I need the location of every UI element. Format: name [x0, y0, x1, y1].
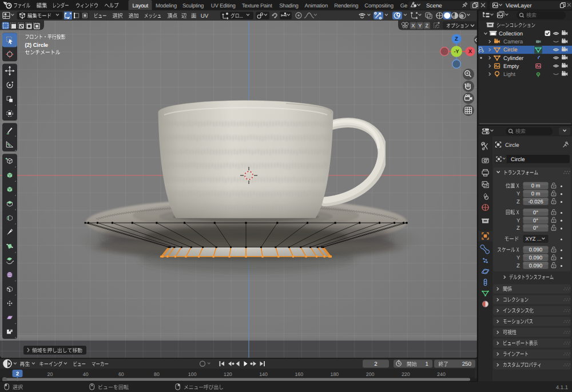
svg-text:2: 2	[374, 361, 377, 367]
svg-text:Z: Z	[517, 225, 520, 231]
svg-text:Z: Z	[517, 262, 520, 269]
svg-text:UV: UV	[201, 13, 209, 19]
svg-text:ViewLayer: ViewLayer	[506, 3, 532, 9]
svg-text:UV Editing: UV Editing	[211, 3, 236, 9]
svg-text:Shading: Shading	[279, 3, 298, 9]
svg-text:Z: Z	[425, 23, 428, 29]
svg-text:X: X	[411, 23, 415, 29]
svg-text:0°: 0°	[533, 217, 538, 223]
svg-text:Ge: Ge	[400, 3, 407, 9]
svg-text:(2) Circle: (2) Circle	[25, 42, 49, 49]
svg-text:40: 40	[83, 371, 89, 377]
svg-text:Y: Y	[517, 254, 521, 261]
svg-text:Light: Light	[503, 71, 515, 78]
svg-text:0.090: 0.090	[529, 246, 542, 253]
svg-text:80: 80	[154, 371, 160, 377]
svg-text:Modeling: Modeling	[156, 3, 177, 9]
svg-text:Empty: Empty	[503, 63, 519, 70]
svg-text:Circle: Circle	[505, 142, 519, 149]
svg-text:20: 20	[47, 371, 53, 377]
svg-text:Rendering: Rendering	[334, 3, 358, 9]
svg-text:4.1.1: 4.1.1	[556, 385, 568, 391]
svg-text:200: 200	[366, 371, 375, 377]
svg-text:Compositing: Compositing	[364, 3, 394, 9]
svg-text:Texture Paint: Texture Paint	[242, 3, 272, 9]
svg-text:Layout: Layout	[133, 3, 149, 9]
svg-text:-Y: -Y	[454, 49, 459, 54]
svg-text:140: 140	[259, 371, 268, 377]
svg-text:Y: Y	[517, 217, 521, 223]
svg-text:Circle: Circle	[511, 157, 525, 163]
svg-text:Z: Z	[517, 198, 520, 205]
svg-text:0.090: 0.090	[529, 254, 542, 261]
svg-text:Animation: Animation	[305, 3, 328, 9]
svg-text:0°: 0°	[533, 209, 538, 215]
svg-text:250: 250	[462, 361, 472, 367]
svg-text:120: 120	[224, 371, 232, 377]
svg-text:220: 220	[402, 371, 410, 377]
svg-text:Sculpting: Sculpting	[182, 3, 204, 9]
svg-text:Y: Y	[517, 190, 521, 197]
svg-text:Collection: Collection	[499, 31, 523, 37]
svg-text:160: 160	[295, 371, 303, 377]
svg-text:Camera: Camera	[503, 39, 523, 45]
svg-text:0 m: 0 m	[531, 190, 541, 197]
svg-text:100: 100	[188, 371, 197, 377]
svg-text:Circle: Circle	[503, 47, 518, 53]
svg-text:X: X	[468, 49, 472, 55]
svg-text:XYZ ...: XYZ ...	[526, 236, 542, 242]
svg-text:Cylinder: Cylinder	[503, 55, 524, 62]
svg-text:1: 1	[426, 361, 428, 367]
svg-text:60: 60	[118, 371, 124, 377]
svg-text:Y: Y	[418, 23, 422, 29]
svg-text:Scene: Scene	[426, 3, 442, 9]
svg-text:180: 180	[331, 371, 339, 377]
svg-text:0°: 0°	[533, 225, 538, 231]
svg-text:240: 240	[437, 371, 446, 377]
svg-text:0 m: 0 m	[531, 182, 541, 189]
svg-text:0.090: 0.090	[529, 262, 542, 269]
svg-text:-0.026: -0.026	[528, 198, 543, 205]
svg-text:2: 2	[16, 371, 19, 377]
svg-text:Z: Z	[455, 36, 458, 42]
